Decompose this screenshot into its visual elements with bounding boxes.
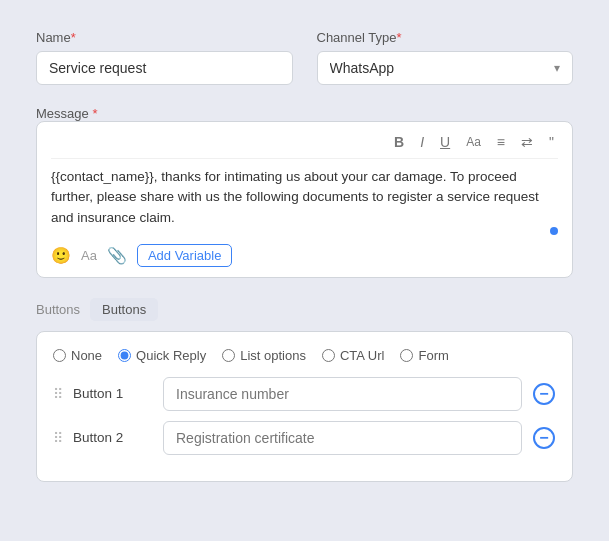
font-button[interactable]: Aa bbox=[462, 133, 485, 151]
drag-handle-2[interactable]: ⠿ bbox=[53, 430, 63, 446]
channel-label: Channel Type* bbox=[317, 30, 574, 45]
button-type-radio-group: None Quick Reply List options CTA Url Fo… bbox=[53, 348, 556, 363]
name-input[interactable] bbox=[36, 51, 293, 85]
button-1-label: Button 1 bbox=[73, 386, 153, 401]
button-row-2: ⠿ Button 2 − bbox=[53, 421, 556, 455]
radio-cta-url[interactable]: CTA Url bbox=[322, 348, 385, 363]
radio-none[interactable]: None bbox=[53, 348, 102, 363]
numbered-list-button[interactable]: ⇄ bbox=[517, 132, 537, 152]
channel-select-wrapper[interactable]: WhatsApp Email SMS ▾ bbox=[317, 51, 574, 85]
radio-cta-url-input[interactable] bbox=[322, 349, 335, 362]
message-content[interactable]: {{contact_name}}, thanks for intimating … bbox=[51, 167, 558, 228]
message-label: Message * bbox=[36, 106, 97, 121]
editor-footer: 🙂 Aa 📎 Add Variable bbox=[51, 238, 558, 267]
add-variable-button[interactable]: Add Variable bbox=[137, 244, 232, 267]
quote-button[interactable]: " bbox=[545, 132, 558, 152]
underline-button[interactable]: U bbox=[436, 132, 454, 152]
radio-list-options-input[interactable] bbox=[222, 349, 235, 362]
buttons-tab: Buttons bbox=[90, 298, 158, 321]
minus-icon-2: − bbox=[533, 427, 555, 449]
editor-dot bbox=[550, 227, 558, 235]
radio-form-input[interactable] bbox=[400, 349, 413, 362]
remove-button-2[interactable]: − bbox=[532, 426, 556, 450]
buttons-section-header: Buttons Buttons bbox=[36, 298, 573, 321]
radio-list-options[interactable]: List options bbox=[222, 348, 306, 363]
italic-button[interactable]: I bbox=[416, 132, 428, 152]
radio-none-input[interactable] bbox=[53, 349, 66, 362]
channel-field-group: Channel Type* WhatsApp Email SMS ▾ bbox=[317, 30, 574, 85]
bold-button[interactable]: B bbox=[390, 132, 408, 152]
button-row-1: ⠿ Button 1 − bbox=[53, 377, 556, 411]
channel-select[interactable]: WhatsApp Email SMS bbox=[330, 60, 555, 76]
radio-quick-reply-input[interactable] bbox=[118, 349, 131, 362]
chevron-down-icon: ▾ bbox=[554, 61, 560, 75]
button-2-label: Button 2 bbox=[73, 430, 153, 445]
message-editor: B I U Aa ≡ ⇄ " {{contact_name}}, thanks … bbox=[36, 121, 573, 278]
remove-button-1[interactable]: − bbox=[532, 382, 556, 406]
button-1-input[interactable] bbox=[163, 377, 522, 411]
radio-form[interactable]: Form bbox=[400, 348, 448, 363]
buttons-card: None Quick Reply List options CTA Url Fo… bbox=[36, 331, 573, 482]
editor-toolbar: B I U Aa ≡ ⇄ " bbox=[51, 132, 558, 159]
bullet-list-button[interactable]: ≡ bbox=[493, 132, 509, 152]
message-field-group: Message * B I U Aa ≡ ⇄ " {{contact_name}… bbox=[36, 105, 573, 278]
buttons-section-label: Buttons bbox=[36, 302, 80, 317]
minus-icon-1: − bbox=[533, 383, 555, 405]
button-2-input[interactable] bbox=[163, 421, 522, 455]
name-label: Name* bbox=[36, 30, 293, 45]
emoji-icon[interactable]: 🙂 bbox=[51, 246, 71, 265]
drag-handle-1[interactable]: ⠿ bbox=[53, 386, 63, 402]
radio-quick-reply[interactable]: Quick Reply bbox=[118, 348, 206, 363]
name-field-group: Name* bbox=[36, 30, 293, 85]
name-channel-row: Name* Channel Type* WhatsApp Email SMS ▾ bbox=[36, 30, 573, 85]
text-icon[interactable]: Aa bbox=[81, 248, 97, 263]
attachment-icon[interactable]: 📎 bbox=[107, 246, 127, 265]
